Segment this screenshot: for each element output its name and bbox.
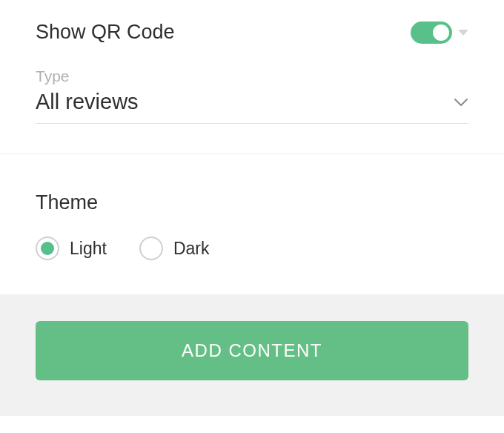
type-field: Type All reviews bbox=[36, 67, 468, 124]
radio-icon bbox=[139, 237, 163, 260]
chevron-down-icon bbox=[454, 95, 468, 110]
toggle-knob bbox=[433, 24, 449, 41]
theme-section: Theme Light Dark bbox=[0, 154, 504, 294]
theme-heading: Theme bbox=[36, 191, 468, 214]
radio-label: Light bbox=[70, 239, 107, 259]
settings-section: Show QR Code Type All reviews bbox=[0, 0, 504, 154]
theme-radio-group: Light Dark bbox=[36, 237, 468, 260]
qr-toggle-group bbox=[411, 22, 468, 44]
theme-option-dark[interactable]: Dark bbox=[139, 237, 210, 260]
qr-row: Show QR Code bbox=[36, 21, 468, 44]
show-qr-toggle[interactable] bbox=[411, 22, 452, 44]
type-value: All reviews bbox=[36, 90, 139, 114]
type-dropdown[interactable]: All reviews bbox=[36, 90, 468, 124]
radio-label: Dark bbox=[173, 239, 210, 259]
add-content-button[interactable]: ADD CONTENT bbox=[36, 321, 468, 380]
show-qr-label: Show QR Code bbox=[36, 21, 175, 44]
type-label: Type bbox=[36, 67, 468, 85]
radio-icon bbox=[36, 237, 59, 260]
theme-option-light[interactable]: Light bbox=[36, 237, 107, 260]
chevron-down-icon[interactable] bbox=[458, 30, 468, 36]
footer-section: ADD CONTENT bbox=[0, 294, 504, 416]
